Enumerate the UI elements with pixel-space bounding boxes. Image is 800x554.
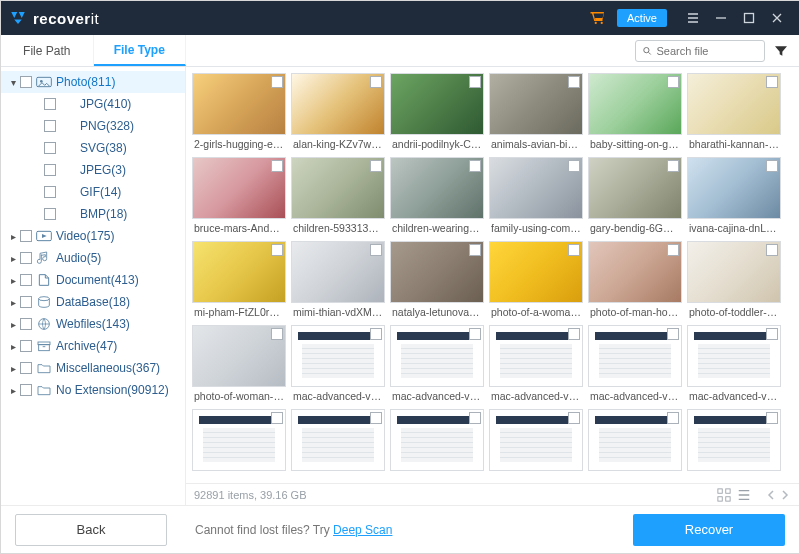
tree-item-svg[interactable]: SVG(38) xyxy=(1,137,185,159)
checkbox[interactable] xyxy=(667,328,679,340)
checkbox[interactable] xyxy=(44,120,56,132)
thumb[interactable]: children-wearing-pi... xyxy=(390,157,484,237)
checkbox[interactable] xyxy=(469,412,481,424)
close-icon[interactable] xyxy=(763,1,791,35)
thumb[interactable]: natalya-letunova-FW... xyxy=(390,241,484,321)
active-badge[interactable]: Active xyxy=(617,9,667,27)
thumb[interactable]: baby-sitting-on-gree... xyxy=(588,73,682,153)
chevron-right-icon[interactable]: ▸ xyxy=(7,318,19,330)
checkbox[interactable] xyxy=(370,76,382,88)
tree-item-misc[interactable]: ▸Miscellaneous(367) xyxy=(1,357,185,379)
checkbox[interactable] xyxy=(370,328,382,340)
thumb[interactable]: bharathi-kannan-rfL... xyxy=(687,73,781,153)
minimize-icon[interactable] xyxy=(707,1,735,35)
thumb[interactable]: family-using-comput... xyxy=(489,157,583,237)
checkbox[interactable] xyxy=(469,76,481,88)
checkbox[interactable] xyxy=(271,244,283,256)
checkbox[interactable] xyxy=(271,328,283,340)
thumb[interactable] xyxy=(588,409,682,477)
tree-item-webfiles[interactable]: ▸Webfiles(143) xyxy=(1,313,185,335)
thumb[interactable] xyxy=(489,409,583,477)
menu-icon[interactable] xyxy=(679,1,707,35)
tree-item-jpeg[interactable]: JPEG(3) xyxy=(1,159,185,181)
checkbox[interactable] xyxy=(469,328,481,340)
tree-item-png[interactable]: PNG(328) xyxy=(1,115,185,137)
thumb[interactable]: bruce-mars-AndE50... xyxy=(192,157,286,237)
thumb[interactable]: animals-avian-birds-... xyxy=(489,73,583,153)
tab-file-path[interactable]: File Path xyxy=(1,35,94,66)
cart-icon[interactable] xyxy=(589,9,607,27)
thumb[interactable] xyxy=(687,409,781,477)
thumb[interactable]: andrii-podilnyk-CFtf... xyxy=(390,73,484,153)
checkbox[interactable] xyxy=(766,244,778,256)
deep-scan-link[interactable]: Deep Scan xyxy=(333,523,392,537)
checkbox[interactable] xyxy=(44,142,56,154)
checkbox[interactable] xyxy=(568,244,580,256)
thumb[interactable]: mac-advanced-vide... xyxy=(687,325,781,405)
checkbox[interactable] xyxy=(568,160,580,172)
checkbox[interactable] xyxy=(20,252,32,264)
checkbox[interactable] xyxy=(44,208,56,220)
checkbox[interactable] xyxy=(568,328,580,340)
checkbox[interactable] xyxy=(766,160,778,172)
chevron-right-icon[interactable]: ▸ xyxy=(7,296,19,308)
thumb[interactable]: mac-advanced-vide... xyxy=(390,325,484,405)
checkbox[interactable] xyxy=(271,160,283,172)
checkbox[interactable] xyxy=(667,244,679,256)
checkbox[interactable] xyxy=(20,384,32,396)
thumb[interactable]: ivana-cajina-dnL6ZI... xyxy=(687,157,781,237)
tree-item-noext[interactable]: ▸No Extension(90912) xyxy=(1,379,185,401)
thumb[interactable]: photo-of-toddler-sm... xyxy=(687,241,781,321)
recover-button[interactable]: Recover xyxy=(633,514,785,546)
thumb[interactable]: 2-girls-hugging-eac... xyxy=(192,73,286,153)
thumb[interactable]: mac-advanced-vide... xyxy=(489,325,583,405)
checkbox[interactable] xyxy=(44,186,56,198)
checkbox[interactable] xyxy=(370,160,382,172)
tree-item-database[interactable]: ▸DataBase(18) xyxy=(1,291,185,313)
page-next-icon[interactable] xyxy=(779,489,791,501)
search-input[interactable] xyxy=(657,45,759,57)
checkbox[interactable] xyxy=(20,340,32,352)
thumb[interactable]: photo-of-man-holdin... xyxy=(588,241,682,321)
checkbox[interactable] xyxy=(766,76,778,88)
chevron-right-icon[interactable]: ▸ xyxy=(7,340,19,352)
tree-item-jpg[interactable]: JPG(410) xyxy=(1,93,185,115)
thumbnail-grid[interactable]: 2-girls-hugging-eac... alan-king-KZv7w34… xyxy=(186,67,799,483)
thumb[interactable] xyxy=(192,409,286,477)
thumb[interactable]: photo-of-woman-usi... xyxy=(192,325,286,405)
checkbox[interactable] xyxy=(20,318,32,330)
checkbox[interactable] xyxy=(667,412,679,424)
view-grid-icon[interactable] xyxy=(717,488,731,502)
tree-item-bmp[interactable]: BMP(18) xyxy=(1,203,185,225)
thumb[interactable]: children-593313_19... xyxy=(291,157,385,237)
thumb[interactable]: mac-advanced-vide... xyxy=(291,325,385,405)
tree-item-document[interactable]: ▸Document(413) xyxy=(1,269,185,291)
tree-item-archive[interactable]: ▸Archive(47) xyxy=(1,335,185,357)
tab-file-type[interactable]: File Type xyxy=(94,35,187,66)
chevron-right-icon[interactable]: ▸ xyxy=(7,362,19,374)
thumb[interactable]: mac-advanced-vide... xyxy=(588,325,682,405)
checkbox[interactable] xyxy=(568,412,580,424)
back-button[interactable]: Back xyxy=(15,514,167,546)
tree-item-photo[interactable]: ▾ Photo(811) xyxy=(1,71,185,93)
chevron-down-icon[interactable]: ▾ xyxy=(7,76,19,88)
maximize-icon[interactable] xyxy=(735,1,763,35)
tree-item-video[interactable]: ▸Video(175) xyxy=(1,225,185,247)
thumb[interactable]: alan-king-KZv7w34tl... xyxy=(291,73,385,153)
checkbox[interactable] xyxy=(20,296,32,308)
thumb[interactable]: gary-bendig-6GMq7... xyxy=(588,157,682,237)
search-input-wrap[interactable] xyxy=(635,40,765,62)
checkbox[interactable] xyxy=(469,160,481,172)
thumb[interactable]: mimi-thian-vdXMSiX... xyxy=(291,241,385,321)
thumb[interactable] xyxy=(390,409,484,477)
chevron-right-icon[interactable]: ▸ xyxy=(7,384,19,396)
tree-item-gif[interactable]: GIF(14) xyxy=(1,181,185,203)
filter-icon[interactable] xyxy=(773,43,789,59)
checkbox[interactable] xyxy=(370,244,382,256)
checkbox[interactable] xyxy=(20,76,32,88)
tree-item-audio[interactable]: ▸Audio(5) xyxy=(1,247,185,269)
checkbox[interactable] xyxy=(44,164,56,176)
checkbox[interactable] xyxy=(766,412,778,424)
chevron-right-icon[interactable]: ▸ xyxy=(7,274,19,286)
page-prev-icon[interactable] xyxy=(765,489,777,501)
